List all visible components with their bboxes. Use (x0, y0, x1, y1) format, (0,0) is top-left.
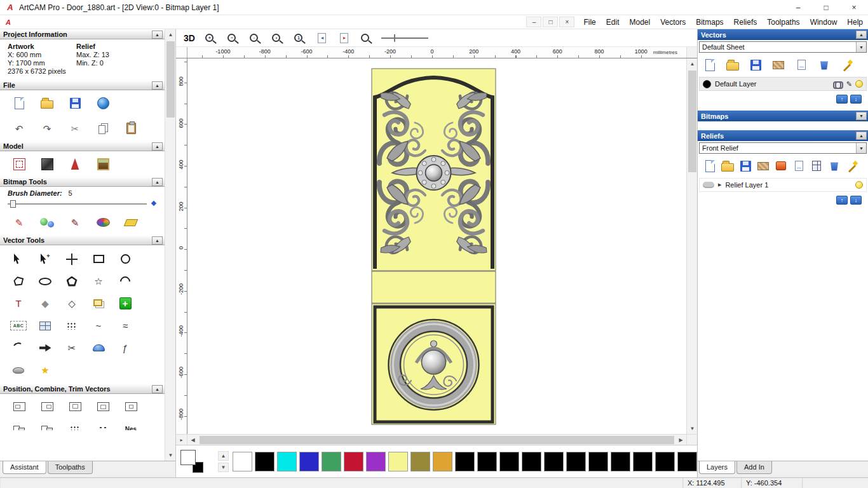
maximize-button[interactable]: □ (812, 0, 840, 15)
menu-reliefs[interactable]: Reliefs (729, 17, 763, 28)
primary-colour-swatch[interactable] (180, 450, 196, 465)
cut-icon[interactable]: ✂ (65, 119, 85, 138)
collapse-model-button[interactable]: ▲ (152, 142, 163, 151)
expander-icon[interactable]: ▶ (718, 182, 721, 187)
paste-along-curve-icon[interactable] (93, 420, 113, 430)
collapse-vectors-button[interactable]: ▲ (856, 30, 867, 39)
create-dome-icon[interactable] (85, 337, 112, 359)
paint-selective-icon[interactable]: ✎ (65, 213, 85, 232)
brush-diameter-slider[interactable] (8, 200, 156, 208)
zoom-objects-icon[interactable] (359, 30, 374, 46)
move-layer-down-button[interactable]: ↓ (850, 196, 862, 205)
model-material-icon[interactable] (37, 154, 57, 173)
import-vector-data-icon[interactable] (703, 58, 717, 72)
toggle-3d-view-button[interactable]: 3D (184, 33, 195, 43)
eraser-icon[interactable] (121, 213, 141, 232)
scroll-right-icon[interactable]: ▶ (675, 435, 686, 445)
zoom-window-icon[interactable]: ▫ (248, 30, 263, 46)
edit-layer-icon[interactable]: ✎ (846, 81, 852, 88)
paste-array-icon[interactable] (58, 315, 85, 337)
palette-swatch[interactable] (366, 452, 386, 471)
create-ellipse-icon[interactable] (32, 270, 58, 292)
align-left-icon[interactable] (9, 397, 29, 416)
scroll-up-icon[interactable]: ▲ (218, 451, 229, 461)
copy-icon[interactable] (93, 119, 113, 138)
palette-swatch[interactable] (344, 452, 363, 471)
create-polygon-icon[interactable] (58, 270, 85, 292)
load-bitmap-icon[interactable] (93, 154, 113, 173)
merge-vector-layers-icon[interactable] (840, 58, 854, 72)
palette-swatch[interactable] (455, 452, 475, 471)
relief-layer-row[interactable]: ▶ Relief Layer 1 (699, 178, 867, 192)
relief-selector[interactable]: Front Relief ▼ (699, 142, 867, 154)
drawing-canvas[interactable] (187, 58, 686, 434)
fillet-icon[interactable]: ◇ (58, 292, 85, 315)
redo-icon[interactable]: ↷ (37, 119, 57, 138)
expand-bitmaps-button[interactable]: ▼ (856, 112, 867, 120)
mdi-restore-button[interactable]: □ (543, 17, 558, 27)
assistant-scrollbar[interactable]: ▲ ▼ (165, 29, 175, 461)
load-vector-layer-icon[interactable] (726, 58, 740, 72)
scrollbar-thumb[interactable] (200, 436, 674, 444)
palette-swatch[interactable] (277, 452, 297, 471)
palette-swatch[interactable] (611, 452, 630, 471)
scroll-down-icon[interactable]: ▼ (687, 423, 698, 434)
menu-window[interactable]: Window (805, 17, 843, 28)
collapse-file-button[interactable]: ▲ (152, 81, 163, 90)
menu-file[interactable]: File (578, 17, 600, 28)
save-model-icon[interactable] (65, 93, 85, 112)
collapse-project-information-button[interactable]: ▲ (152, 30, 163, 39)
line-width-control[interactable] (381, 30, 397, 46)
palette-swatch[interactable] (299, 452, 319, 471)
layer-visibility-icon[interactable] (855, 181, 863, 189)
collapse-reliefs-button[interactable]: ▲ (856, 132, 867, 140)
vector-texture-icon[interactable] (771, 58, 785, 72)
palette-swatch[interactable] (655, 452, 675, 471)
measure-icon[interactable]: ◆ (32, 292, 58, 315)
palette-swatch[interactable] (566, 452, 586, 471)
vector-layer-row[interactable]: Default Layer ✎ (699, 77, 867, 91)
zoom-in-icon[interactable]: + (203, 30, 219, 46)
zoom-out-icon[interactable]: − (226, 30, 241, 46)
canvas-horizontal-scrollbar[interactable]: ▸ ◀ ▶ (176, 434, 697, 445)
palette-swatch[interactable] (588, 452, 608, 471)
snap-layer-icon[interactable] (833, 81, 843, 87)
create-text-icon[interactable]: T (5, 292, 32, 315)
palette-swatch[interactable] (677, 452, 697, 471)
menu-model[interactable]: Model (624, 17, 655, 28)
scroll-up-icon[interactable]: ▲ (165, 29, 175, 40)
merge-relief-layers-icon[interactable] (845, 159, 859, 173)
previous-bitmap-layer-icon[interactable]: ◂ (315, 30, 330, 46)
paste-icon[interactable] (121, 119, 141, 138)
palette-swatch[interactable] (477, 452, 497, 471)
trim-vectors-icon[interactable]: ✂ (58, 337, 85, 359)
menu-vectors[interactable]: Vectors (655, 17, 691, 28)
wrap-vectors-icon[interactable] (32, 337, 58, 359)
menu-help[interactable]: Help (842, 17, 868, 28)
join-vectors-icon[interactable]: ≈ (112, 315, 139, 337)
offset-vector-icon[interactable] (85, 292, 112, 315)
palette-swatch[interactable] (633, 452, 653, 471)
align-right-icon[interactable] (37, 397, 57, 416)
next-bitmap-layer-icon[interactable]: ▸ (337, 30, 352, 46)
save-relief-layer-icon[interactable] (738, 159, 752, 173)
open-model-icon[interactable] (37, 93, 57, 112)
create-rectangle-icon[interactable] (85, 248, 112, 270)
align-top-icon[interactable] (65, 397, 85, 416)
interactive-distort-icon[interactable] (5, 359, 32, 381)
canvas-vertical-scrollbar[interactable]: ▲ ▼ (686, 58, 697, 434)
close-button[interactable]: × (840, 0, 868, 15)
transform-vectors-icon[interactable] (58, 248, 85, 270)
move-layer-up-button[interactable]: ↑ (836, 95, 848, 104)
tab-toolpaths[interactable]: Toolpaths (48, 461, 93, 474)
block-copy-icon[interactable] (65, 420, 85, 430)
save-vector-layer-icon[interactable] (749, 58, 763, 72)
move-layer-up-button[interactable]: ↑ (836, 196, 848, 205)
make-grid-icon[interactable] (32, 315, 58, 337)
scroll-up-icon[interactable]: ▲ (687, 58, 698, 69)
tab-add-in[interactable]: Add In (736, 461, 772, 474)
create-circle-icon[interactable] (112, 248, 139, 270)
ungroup-vectors-icon[interactable] (37, 420, 57, 430)
palette-swatch[interactable] (233, 452, 252, 471)
new-relief-layer-icon[interactable] (792, 159, 806, 173)
